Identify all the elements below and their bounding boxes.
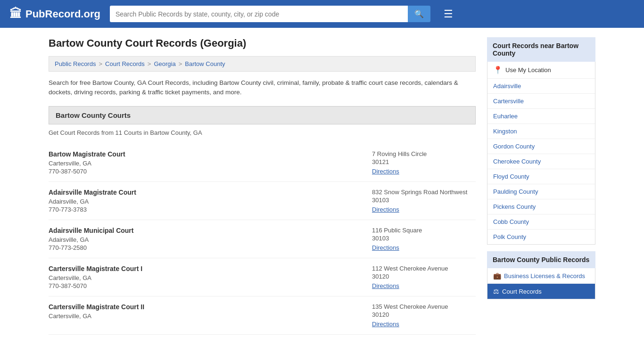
courts-list: Bartow Magistrate Court Cartersville, GA… xyxy=(49,144,476,335)
breadcrumb-court-records[interactable]: Court Records xyxy=(105,60,145,67)
breadcrumb-bartow-county[interactable]: Bartow County xyxy=(185,60,225,67)
nearby-item-6[interactable]: Floyd County xyxy=(487,169,595,184)
court-zip-0: 30121 xyxy=(372,158,476,165)
public-records-label-1: Court Records xyxy=(502,288,542,295)
menu-icon[interactable]: ☰ xyxy=(444,8,453,20)
breadcrumb: Public Records > Court Records > Georgia… xyxy=(49,56,476,72)
logo-text: PubRecord.org xyxy=(25,8,100,20)
court-right-3: 112 West Cherokee Avenue 30120 Direction… xyxy=(372,265,476,289)
search-icon: 🔍 xyxy=(414,10,424,18)
public-records-title: Bartow County Public Records xyxy=(487,251,595,268)
breadcrumb-public-records[interactable]: Public Records xyxy=(55,60,96,67)
nearby-label-2: Euharlee xyxy=(493,113,518,120)
nearby-item-1[interactable]: Cartersville xyxy=(487,94,595,109)
court-right-0: 7 Roving Hills Circle 30121 Directions xyxy=(372,150,476,175)
court-entry: Adairsville Municipal Court Adairsville,… xyxy=(49,220,476,258)
court-name-0: Bartow Magistrate Court xyxy=(49,150,125,158)
nearby-label-4: Gordon County xyxy=(493,143,535,150)
court-city-0: Cartersville, GA xyxy=(49,160,125,167)
directions-link-1[interactable]: Directions xyxy=(372,206,399,213)
public-records-label-0: Business Licenses & Records xyxy=(504,272,585,280)
directions-link-0[interactable]: Directions xyxy=(372,168,399,175)
court-address-0: 7 Roving Hills Circle xyxy=(372,150,476,157)
court-phone-0: 770-387-5070 xyxy=(49,168,125,175)
court-city-1: Adairsville, GA xyxy=(49,198,136,205)
nearby-item-8[interactable]: Pickens County xyxy=(487,199,595,214)
nearby-item-0[interactable]: Adairsville xyxy=(487,79,595,94)
nearby-item-5[interactable]: Cherokee County xyxy=(487,154,595,169)
court-left-3: Cartersville Magistrate Court I Cartersv… xyxy=(49,265,142,289)
nearby-label-0: Adairsville xyxy=(493,82,521,90)
sidebar: Court Records near Bartow County 📍 Use M… xyxy=(487,37,595,335)
public-records-icon-0: 💼 xyxy=(493,272,501,280)
use-location-item[interactable]: 📍 Use My Location xyxy=(487,62,595,79)
search-button[interactable]: 🔍 xyxy=(408,6,430,22)
court-address-1: 832 Snow Springs Road Northwest xyxy=(372,189,476,196)
content-area: Bartow County Court Records (Georgia) Pu… xyxy=(49,37,476,335)
court-city-2: Adairsville, GA xyxy=(49,236,133,243)
breadcrumb-sep-1: > xyxy=(99,60,102,67)
court-address-2: 116 Public Square xyxy=(372,227,476,234)
nearby-label-9: Cobb County xyxy=(493,218,529,225)
court-left-2: Adairsville Municipal Court Adairsville,… xyxy=(49,227,133,251)
court-entry: Cartersville Magistrate Court I Cartersv… xyxy=(49,258,476,296)
court-phone-2: 770-773-2580 xyxy=(49,244,133,251)
breadcrumb-georgia[interactable]: Georgia xyxy=(154,60,175,67)
court-name-2: Adairsville Municipal Court xyxy=(49,227,133,234)
court-address-3: 112 West Cherokee Avenue xyxy=(372,265,476,272)
public-records-item-1[interactable]: ⚖ Court Records xyxy=(487,284,595,299)
court-entry: Adairsville Magistrate Court Adairsville… xyxy=(49,182,476,220)
court-city-3: Cartersville, GA xyxy=(49,274,142,281)
court-entry: Bartow Magistrate Court Cartersville, GA… xyxy=(49,144,476,182)
court-name-1: Adairsville Magistrate Court xyxy=(49,189,136,196)
courts-count: Get Court Records from 11 Courts in Bart… xyxy=(49,129,476,136)
location-icon: 📍 xyxy=(493,66,503,74)
public-records-list: 💼 Business Licenses & Records ⚖ Court Re… xyxy=(487,268,595,299)
nearby-item-9[interactable]: Cobb County xyxy=(487,214,595,230)
nearby-item-10[interactable]: Polk County xyxy=(487,230,595,244)
public-records-section: Bartow County Public Records 💼 Business … xyxy=(487,251,595,299)
nearby-item-2[interactable]: Euharlee xyxy=(487,109,595,124)
site-logo[interactable]: 🏛 PubRecord.org xyxy=(9,7,100,21)
nearby-label-1: Cartersville xyxy=(493,98,524,105)
court-name-3: Cartersville Magistrate Court I xyxy=(49,265,142,272)
court-left-0: Bartow Magistrate Court Cartersville, GA… xyxy=(49,150,125,175)
nearby-label-3: Kingston xyxy=(493,128,517,135)
nearby-items: AdairsvilleCartersvilleEuharleeKingstonG… xyxy=(487,79,595,244)
directions-link-3[interactable]: Directions xyxy=(372,282,399,289)
court-zip-4: 30120 xyxy=(372,311,476,318)
site-header: 🏛 PubRecord.org 🔍 ☰ xyxy=(0,0,644,28)
court-left-1: Adairsville Magistrate Court Adairsville… xyxy=(49,189,136,213)
nearby-label-8: Pickens County xyxy=(493,203,536,210)
section-header: Bartow County Courts xyxy=(49,106,476,124)
nearby-item-7[interactable]: Paulding County xyxy=(487,184,595,199)
use-location-label: Use My Location xyxy=(505,66,551,74)
search-bar: 🔍 xyxy=(110,6,430,22)
court-right-4: 135 West Cherokee Avenue 30120 Direction… xyxy=(372,303,476,328)
court-zip-3: 30120 xyxy=(372,273,476,280)
page-description: Search for free Bartow County, GA Court … xyxy=(49,78,476,98)
court-zip-1: 30103 xyxy=(372,197,476,204)
breadcrumb-sep-2: > xyxy=(148,60,151,67)
directions-link-2[interactable]: Directions xyxy=(372,244,399,251)
nearby-item-3[interactable]: Kingston xyxy=(487,124,595,139)
court-address-4: 135 West Cherokee Avenue xyxy=(372,303,476,310)
directions-link-4[interactable]: Directions xyxy=(372,321,399,328)
logo-icon: 🏛 xyxy=(9,7,22,21)
nearby-label-5: Cherokee County xyxy=(493,158,541,165)
page-title: Bartow County Court Records (Georgia) xyxy=(49,37,476,49)
court-left-4: Cartersville Magistrate Court II Carters… xyxy=(49,303,144,328)
search-input[interactable] xyxy=(110,6,408,22)
nearby-label-6: Floyd County xyxy=(493,173,529,180)
court-phone-3: 770-387-5070 xyxy=(49,282,142,289)
breadcrumb-sep-3: > xyxy=(179,60,182,67)
court-zip-2: 30103 xyxy=(372,235,476,242)
nearby-title: Court Records near Bartow County xyxy=(487,37,595,62)
public-records-item-0[interactable]: 💼 Business Licenses & Records xyxy=(487,268,595,284)
public-records-icon-1: ⚖ xyxy=(493,288,499,295)
nearby-label-7: Paulding County xyxy=(493,188,538,195)
nearby-label-10: Polk County xyxy=(493,233,526,240)
court-right-1: 832 Snow Springs Road Northwest 30103 Di… xyxy=(372,189,476,213)
court-phone-1: 770-773-3783 xyxy=(49,206,136,213)
nearby-item-4[interactable]: Gordon County xyxy=(487,139,595,154)
